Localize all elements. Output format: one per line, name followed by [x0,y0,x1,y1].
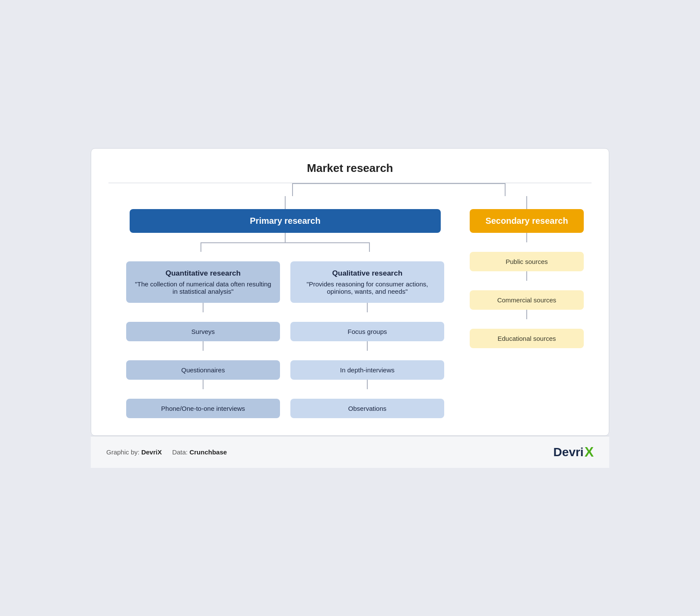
primary-columns: Quantitative research "The collection of… [126,261,444,418]
quant-item-2: Questionnaires [126,360,280,380]
qual-title: Qualitative research [297,269,437,278]
sec-item-1: Public sources [470,252,584,271]
connector-h-top [292,183,505,184]
primary-splitter [144,233,426,252]
footer-logo: DevriX [554,444,594,460]
vert-qual [369,242,370,252]
connector-secondary-top [505,183,506,196]
qual-item-3: Observations [290,399,444,418]
primary-label: Primary research [250,216,320,225]
secondary-label: Secondary research [485,216,568,225]
sec-item-2: Commercial sources [470,290,584,310]
logo-text: Devri [554,445,584,459]
footer-data: Data: Crunchbase [172,448,227,456]
qual-item-2: In depth-interviews [290,360,444,380]
graphic-label: Graphic by: [106,448,140,456]
data-label: Data: [172,448,188,456]
quant-box: Quantitative research "The collection of… [126,261,280,303]
diagram-body: Primary research [108,196,592,418]
quant-desc: "The collection of numerical data often … [135,280,271,295]
connector-primary-top [292,183,293,196]
top-connector-area [108,183,592,196]
main-card: Market research Primary research [91,148,609,436]
logo-x: X [585,444,594,460]
sec-item-3: Educational sources [470,329,584,348]
graphic-value: DevriX [141,448,162,456]
primary-box: Primary research [130,209,441,233]
qual-desc: "Provides reasoning for consumer actions… [306,280,428,295]
primary-section: Primary research [108,196,462,418]
quant-title: Quantitative research [133,269,273,278]
diagram-title: Market research [108,162,592,183]
footer: Graphic by: DevriX Data: Crunchbase Devr… [91,436,609,468]
quantitative-column: Quantitative research "The collection of… [126,261,280,418]
outer-wrapper: Market research Primary research [91,148,609,468]
vert-quant [200,242,201,252]
quant-item-1: Surveys [126,322,280,341]
secondary-box: Secondary research [470,209,584,233]
qualitative-column: Qualitative research "Provides reasoning… [290,261,444,418]
secondary-section: Secondary research Public sources Commer… [462,196,592,348]
footer-left: Graphic by: DevriX Data: Crunchbase [106,448,227,456]
qual-box: Qualitative research "Provides reasoning… [290,261,444,303]
qual-item-1: Focus groups [290,322,444,341]
footer-graphic: Graphic by: DevriX [106,448,162,456]
horiz-primary-split [200,242,370,243]
data-value: Crunchbase [189,448,227,456]
vert-primary-down [285,233,286,242]
quant-item-3: Phone/One-to-one interviews [126,399,280,418]
